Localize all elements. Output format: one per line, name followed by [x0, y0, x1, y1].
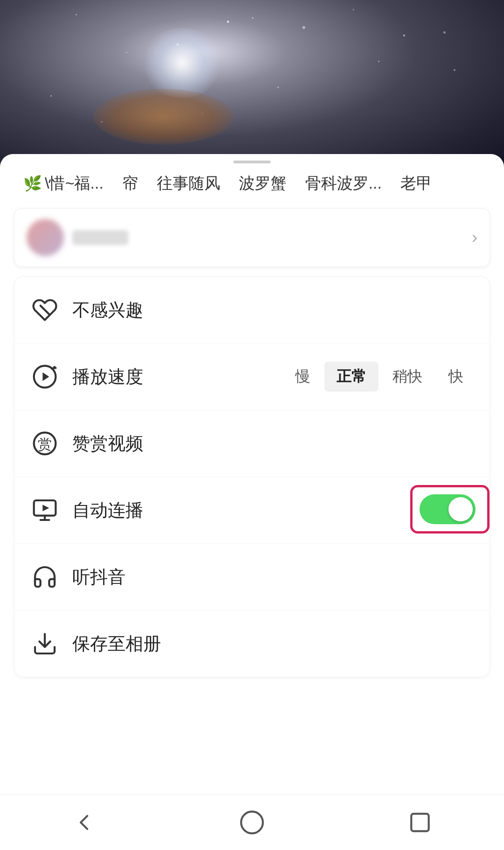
heart-broken-icon [28, 294, 61, 326]
svg-line-0 [41, 306, 49, 315]
snow-overlay [0, 0, 504, 173]
speed-normal[interactable]: 正常 [324, 362, 378, 392]
not-interested-label: 不感兴趣 [72, 298, 476, 322]
tab-wanshi[interactable]: 往事随风 [147, 173, 230, 194]
menu-item-save[interactable]: 保存至相册 [14, 611, 490, 677]
username [72, 230, 128, 245]
autoplay-icon [28, 494, 61, 527]
menu-section: 不感兴趣 播放速度 慢 正常 稍快 快 [14, 276, 490, 677]
play-speed-icon [28, 360, 61, 393]
video-background [0, 0, 504, 173]
svg-point-10 [241, 811, 263, 833]
leaf-icon: 🌿 [23, 175, 42, 192]
avatar [27, 219, 64, 256]
user-card-left [27, 219, 128, 256]
speed-slow[interactable]: 慢 [283, 362, 322, 392]
save-label: 保存至相册 [72, 632, 476, 656]
nav-back-button[interactable] [65, 804, 103, 841]
autoplay-toggle-container [420, 494, 476, 526]
listen-label: 听抖音 [72, 565, 476, 589]
nav-recent-button[interactable] [401, 804, 439, 841]
bottom-navigation [0, 794, 504, 850]
nav-home-button[interactable] [233, 804, 271, 841]
svg-rect-11 [411, 814, 428, 831]
user-card[interactable]: › [14, 208, 490, 267]
speed-buttons: 慢 正常 稍快 快 [283, 362, 476, 392]
chevron-right-icon: › [472, 228, 477, 247]
autoplay-label: 自动连播 [72, 499, 420, 522]
tabs-row: 🌿 \惜~福... 帘 往事随风 波罗蟹 骨科波罗... 老甲 [0, 163, 504, 199]
bottom-sheet: 🌿 \惜~福... 帘 往事随风 波罗蟹 骨科波罗... 老甲 › [0, 154, 504, 850]
speed-slightly-fast[interactable]: 稍快 [380, 362, 434, 392]
svg-marker-2 [42, 372, 49, 381]
svg-marker-8 [42, 505, 49, 511]
download-icon [28, 627, 61, 660]
autoplay-toggle[interactable] [420, 494, 476, 524]
menu-item-autoplay[interactable]: 自动连播 [14, 477, 490, 544]
tab-di[interactable]: 帘 [113, 173, 147, 194]
menu-item-listen[interactable]: 听抖音 [14, 544, 490, 611]
autoplay-toggle-wrapper [420, 494, 476, 524]
menu-item-not-interested[interactable]: 不感兴趣 [14, 277, 490, 344]
svg-text:赏: 赏 [38, 436, 52, 452]
tab-guke[interactable]: 骨科波罗... [296, 173, 391, 194]
playback-speed-label: 播放速度 [72, 365, 283, 389]
headphones-icon [28, 561, 61, 593]
reward-label: 赞赏视频 [72, 432, 476, 456]
reward-icon: 赏 [28, 427, 61, 460]
menu-item-reward[interactable]: 赏 赞赏视频 [14, 410, 490, 477]
toggle-knob [448, 497, 473, 521]
tab-laoz[interactable]: 老甲 [391, 173, 441, 194]
tab-infu[interactable]: 🌿 \惜~福... [14, 173, 113, 194]
speed-fast[interactable]: 快 [436, 362, 476, 392]
menu-item-playback-speed[interactable]: 播放速度 慢 正常 稍快 快 [14, 344, 490, 410]
tab-boluoxie[interactable]: 波罗蟹 [230, 173, 296, 194]
